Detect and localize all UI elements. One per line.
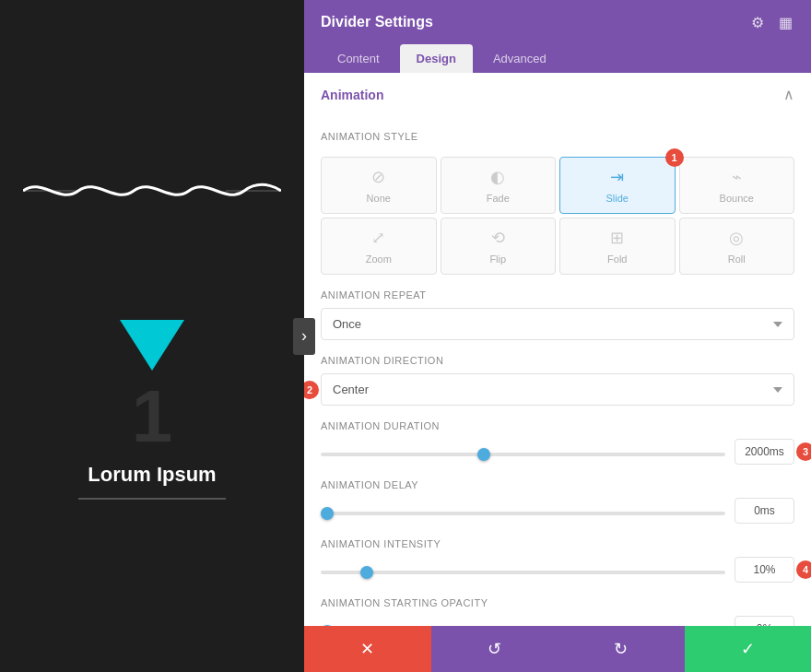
slide-label: Slide bbox=[606, 193, 629, 204]
panel-title: Divider Settings bbox=[321, 14, 433, 30]
duration-value: 2000ms bbox=[735, 439, 794, 465]
zoom-label: Zoom bbox=[366, 253, 392, 265]
tab-design[interactable]: Design bbox=[400, 44, 473, 73]
repeat-field-row: Once Loop Ping-Pong bbox=[321, 308, 794, 340]
opacity-field-row: 0% bbox=[321, 616, 794, 626]
section-collapse-icon[interactable]: ∧ bbox=[783, 86, 794, 103]
style-grid-wrapper: ⊘ None ◐ Fade ⇥ Slide 1 bbox=[321, 149, 794, 275]
bottom-toolbar: ✕ ↺ ↻ ✓ bbox=[304, 626, 811, 672]
flip-icon: ⟲ bbox=[491, 228, 505, 248]
duration-slider[interactable] bbox=[321, 453, 725, 456]
cancel-button[interactable]: ✕ bbox=[304, 626, 431, 672]
opacity-slider-container bbox=[321, 620, 725, 626]
badge-4: 4 bbox=[796, 560, 811, 579]
zoom-icon: ⤢ bbox=[371, 228, 385, 248]
expand-arrow[interactable] bbox=[293, 318, 315, 355]
delay-field-row: 0ms bbox=[321, 498, 794, 524]
opacity-label: Animation Starting Opacity bbox=[321, 597, 794, 608]
direction-field-row: 2 Center Left Right Top Bottom bbox=[321, 373, 794, 406]
repeat-select[interactable]: Once Loop Ping-Pong bbox=[321, 308, 794, 340]
style-slide[interactable]: ⇥ Slide 1 bbox=[559, 157, 676, 214]
reset-button[interactable]: ↺ bbox=[431, 626, 558, 672]
none-icon: ⊘ bbox=[371, 167, 385, 187]
direction-select[interactable]: Center Left Right Top Bottom bbox=[321, 373, 794, 406]
canvas-divider-line bbox=[78, 498, 226, 500]
tab-bar: Content Design Advanced bbox=[304, 44, 811, 73]
bounce-label: Bounce bbox=[720, 193, 754, 204]
settings-icon[interactable]: ⚙ bbox=[748, 13, 767, 31]
animation-style-grid: ⊘ None ◐ Fade ⇥ Slide 1 bbox=[321, 157, 794, 275]
reset-icon: ↺ bbox=[488, 639, 501, 659]
duration-label: Animation Duration bbox=[321, 420, 794, 431]
style-fade[interactable]: ◐ Fade bbox=[441, 157, 557, 214]
delay-value: 0ms bbox=[735, 498, 794, 524]
style-roll[interactable]: ◎ Roll bbox=[679, 218, 795, 275]
style-none[interactable]: ⊘ None bbox=[321, 157, 437, 214]
triangle-decoration bbox=[120, 320, 184, 371]
tab-content[interactable]: Content bbox=[321, 44, 396, 73]
settings-panel: Divider Settings ⚙ ▦ Content Design Adva… bbox=[304, 0, 811, 672]
badge-3: 3 bbox=[796, 442, 811, 461]
flip-label: Flip bbox=[489, 253, 506, 265]
opacity-value: 0% bbox=[735, 616, 794, 626]
roll-label: Roll bbox=[728, 253, 746, 265]
style-bounce[interactable]: ⌁ Bounce bbox=[679, 157, 795, 214]
style-flip[interactable]: ⟲ Flip bbox=[441, 218, 557, 275]
none-label: None bbox=[367, 193, 391, 204]
intensity-slider-container bbox=[321, 561, 725, 578]
section-content-animation: Animation Style ⊘ None ◐ Fade bbox=[304, 131, 811, 626]
cancel-icon: ✕ bbox=[360, 639, 374, 659]
redo-button[interactable]: ↻ bbox=[558, 626, 685, 672]
fade-label: Fade bbox=[487, 193, 510, 204]
roll-icon: ◎ bbox=[729, 228, 744, 248]
intensity-label: Animation Intensity bbox=[321, 538, 794, 549]
wave-divider bbox=[23, 172, 281, 209]
delay-label: Animation Delay bbox=[321, 479, 794, 490]
panel-body: Animation ∧ Animation Style ⊘ None bbox=[304, 73, 811, 626]
intensity-value: 10% bbox=[735, 557, 794, 583]
duration-field-row: 2000ms 3 bbox=[321, 439, 794, 465]
delay-slider-container bbox=[321, 502, 725, 519]
style-zoom[interactable]: ⤢ Zoom bbox=[321, 218, 437, 275]
fold-icon: ⊞ bbox=[610, 228, 624, 248]
canvas-content: 1 Lorum Ipsum bbox=[78, 320, 226, 500]
canvas-title: Lorum Ipsum bbox=[88, 463, 216, 487]
duration-slider-container bbox=[321, 443, 725, 460]
delay-slider[interactable] bbox=[321, 512, 725, 515]
redo-icon: ↻ bbox=[614, 639, 628, 659]
tab-advanced[interactable]: Advanced bbox=[476, 44, 563, 73]
header-icons: ⚙ ▦ bbox=[748, 13, 794, 31]
intensity-slider[interactable] bbox=[321, 571, 725, 574]
badge-2: 2 bbox=[304, 381, 319, 399]
intensity-field-row: 10% 4 bbox=[321, 557, 794, 583]
animation-section: Animation ∧ Animation Style ⊘ None bbox=[304, 73, 811, 626]
repeat-label: Animation Repeat bbox=[321, 289, 794, 301]
section-header-animation: Animation ∧ bbox=[304, 73, 811, 116]
canvas-area: 1 Lorum Ipsum bbox=[0, 0, 304, 672]
grid-icon[interactable]: ▦ bbox=[776, 13, 794, 31]
section-title-animation: Animation bbox=[321, 88, 383, 102]
fold-label: Fold bbox=[607, 253, 627, 265]
fade-icon: ◐ bbox=[490, 167, 505, 187]
save-button[interactable]: ✓ bbox=[685, 626, 812, 672]
panel-header: Divider Settings ⚙ ▦ bbox=[304, 0, 811, 44]
style-label: Animation Style bbox=[321, 131, 794, 142]
bounce-icon: ⌁ bbox=[732, 167, 742, 187]
save-icon: ✓ bbox=[741, 639, 755, 659]
style-fold[interactable]: ⊞ Fold bbox=[559, 218, 676, 275]
number-decoration: 1 bbox=[132, 380, 173, 454]
slide-icon: ⇥ bbox=[610, 167, 624, 187]
direction-label: Animation Direction bbox=[321, 355, 794, 366]
